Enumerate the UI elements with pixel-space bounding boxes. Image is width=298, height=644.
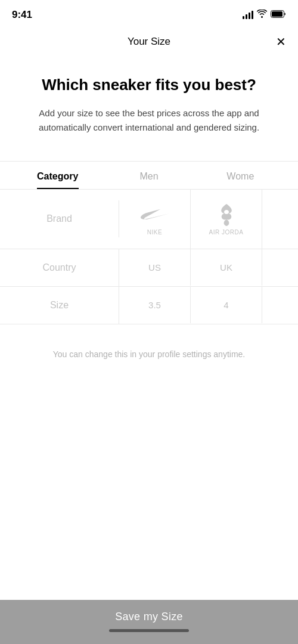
tab-men[interactable]: Men (103, 162, 194, 189)
country-uk[interactable]: UK (191, 249, 262, 286)
size-label: Size (0, 287, 119, 324)
status-bar: 9:41 (0, 0, 298, 26)
status-icons (243, 10, 286, 20)
header: Your Size ✕ (0, 26, 298, 57)
tab-bar: Category Men Wome (0, 162, 298, 190)
brand-airjordan[interactable]: AIR JORDA (191, 190, 262, 249)
size-4-text: 4 (224, 300, 228, 310)
save-area: Save my Size (0, 600, 298, 644)
country-label: Country (0, 249, 119, 286)
nike-logo (141, 203, 169, 227)
size-row: Size 3.5 4 (0, 287, 298, 324)
footer-note: You can change this in your profile sett… (0, 324, 298, 379)
battery-icon (271, 10, 286, 20)
signal-icon (243, 11, 253, 19)
tab-category[interactable]: Category (12, 162, 103, 189)
country-us-text: US (148, 262, 161, 273)
size-rows: Brand NIKE AIR JORDA (0, 190, 298, 324)
wifi-icon (257, 10, 267, 20)
size-3-5[interactable]: 3.5 (119, 287, 191, 323)
jordan-logo (212, 203, 241, 227)
close-button[interactable]: ✕ (276, 36, 286, 48)
home-indicator (109, 629, 189, 632)
rows-inner: Brand NIKE AIR JORDA (0, 190, 298, 324)
header-title: Your Size (128, 36, 170, 48)
tab-women[interactable]: Wome (195, 162, 286, 189)
brand-row: Brand NIKE AIR JORDA (0, 190, 298, 249)
brand-nike[interactable]: NIKE (119, 190, 191, 249)
hero-title: Which sneaker fits you best? (24, 75, 274, 95)
country-row: Country US UK (0, 249, 298, 287)
hero-description: Add your size to see the best prices acr… (24, 106, 274, 135)
hero-section: Which sneaker fits you best? Add your si… (0, 57, 298, 147)
country-uk-text: UK (220, 262, 232, 273)
country-us[interactable]: US (119, 249, 191, 286)
save-button[interactable]: Save my Size (18, 611, 280, 623)
status-time: 9:41 (12, 9, 32, 21)
brand-label: Brand (0, 200, 119, 237)
size-3-5-text: 3.5 (148, 300, 161, 310)
svg-rect-1 (272, 11, 283, 17)
airjordan-brand-name: AIR JORDA (209, 229, 244, 236)
nike-brand-name: NIKE (147, 229, 162, 236)
size-4[interactable]: 4 (191, 287, 262, 323)
